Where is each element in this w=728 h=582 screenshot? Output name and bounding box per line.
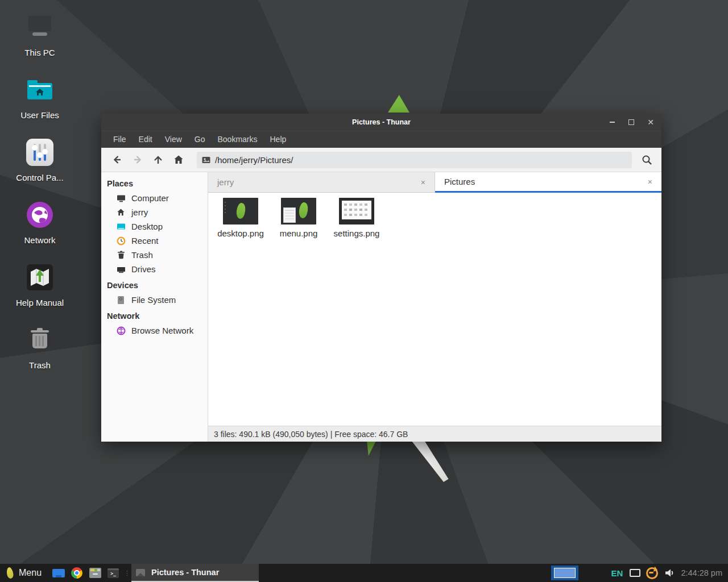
tab-close-icon[interactable]: × <box>648 178 652 186</box>
path-bar[interactable]: /home/jerry/Pictures/ <box>197 152 632 168</box>
user-files-folder-icon <box>26 76 53 103</box>
home-button[interactable] <box>168 151 189 168</box>
trash-can-icon <box>26 326 53 354</box>
desktop-icon-trash[interactable]: Trash <box>6 326 74 370</box>
menu-view[interactable]: View <box>159 132 188 146</box>
desktop-icon-help-manual[interactable]: Help Manual <box>6 264 74 307</box>
menu-button[interactable]: Menu <box>19 568 42 578</box>
sidebar-item-browse-network[interactable]: Browse Network <box>101 323 208 338</box>
desktop-icon-label: This PC <box>24 48 55 57</box>
search-button[interactable] <box>636 151 657 168</box>
file-manager-launcher[interactable] <box>86 564 104 582</box>
sidebar-item-label: Drives <box>131 264 156 274</box>
help-manual-icon <box>26 264 53 291</box>
wallpaper-white-blade <box>408 440 449 482</box>
path-text: /home/jerry/Pictures/ <box>215 155 293 165</box>
keyboard-layout-indicator[interactable]: EN <box>611 568 623 578</box>
thunar-window: Pictures - Thunar ✕ File Edit View Go Bo… <box>101 114 661 442</box>
chrome-launcher[interactable] <box>68 564 86 582</box>
sidebar-item-trash[interactable]: Trash <box>101 248 208 262</box>
terminal-launcher[interactable]: >_ <box>104 564 122 582</box>
file-name: menu.png <box>280 228 318 238</box>
sidebar-item-computer[interactable]: Computer <box>101 191 208 205</box>
sidebar-item-label: Computer <box>131 193 169 203</box>
file-thumbnail <box>339 198 374 225</box>
mint-menu-icon[interactable] <box>6 567 14 579</box>
sidebar-item-label: Trash <box>131 250 153 260</box>
back-button[interactable] <box>107 151 127 168</box>
sidebar-item-file-system[interactable]: File System <box>101 293 208 307</box>
taskbar: Menu >_ ⋮ Pictures - Thunar EN 2:44:28 p… <box>0 564 728 582</box>
sidebar-item-label: File System <box>131 295 176 305</box>
update-manager-icon[interactable] <box>646 567 658 579</box>
tab-strip: jerry × Pictures × <box>208 172 661 193</box>
desktop-icon-label: Trash <box>29 360 51 370</box>
file-view[interactable]: desktop.png menu.png settings.png <box>208 193 661 426</box>
tab-close-icon[interactable]: × <box>421 178 425 186</box>
desktop-icon-network[interactable]: Network <box>6 201 74 245</box>
maximize-button[interactable] <box>627 118 635 126</box>
menu-bookmarks[interactable]: Bookmarks <box>211 132 263 146</box>
tab-jerry[interactable]: jerry × <box>208 172 435 193</box>
sidebar-item-label: jerry <box>131 207 148 217</box>
status-bar: 3 files: 490.1 kB (490,050 bytes) | Free… <box>208 426 661 442</box>
minimize-button[interactable] <box>608 118 616 126</box>
sidebar-item-label: Desktop <box>131 222 163 231</box>
window-icon <box>136 569 145 576</box>
file-cabinet-icon <box>89 568 101 578</box>
workspace-switcher[interactable] <box>551 566 578 580</box>
task-button-thunar[interactable]: Pictures - Thunar <box>131 564 259 582</box>
wallpaper-green-sliver <box>367 441 376 456</box>
desktop-icon-user-files[interactable]: User Files <box>6 76 74 120</box>
menu-help[interactable]: Help <box>264 132 293 146</box>
desktop-icon-label: Control Pa... <box>16 173 63 182</box>
sidebar-header-network: Network <box>101 307 208 323</box>
chrome-icon <box>71 567 82 579</box>
tab-label: jerry <box>217 177 234 187</box>
sidebar-item-recent[interactable]: Recent <box>101 234 208 248</box>
show-desktop-icon <box>52 569 65 577</box>
menu-edit[interactable]: Edit <box>133 132 159 146</box>
toolbar: /home/jerry/Pictures/ <box>101 148 661 172</box>
close-button[interactable]: ✕ <box>647 118 655 126</box>
sidebar-item-drives[interactable]: Drives <box>101 262 208 276</box>
active-workspace <box>554 568 576 578</box>
recent-clock-icon <box>116 236 126 246</box>
desktop-icon-this-pc[interactable]: This PC <box>6 14 74 57</box>
desktop-icon-control-panel[interactable]: Control Pa... <box>6 139 74 182</box>
this-pc-icon <box>26 14 53 41</box>
status-text: 3 files: 490.1 kB (490,050 bytes) | Free… <box>214 430 408 439</box>
trash-icon <box>116 250 126 260</box>
forward-button[interactable] <box>127 151 148 168</box>
task-button-label: Pictures - Thunar <box>151 568 219 577</box>
sidebar-item-desktop[interactable]: Desktop <box>101 219 208 234</box>
desktop-icon-label: User Files <box>20 110 59 120</box>
sidebar-item-jerry[interactable]: jerry <box>101 205 208 219</box>
file-name: desktop.png <box>217 228 264 238</box>
file-menu-png[interactable]: menu.png <box>270 198 328 238</box>
window-title: Pictures - Thunar <box>101 118 661 126</box>
desktop-icon-label: Help Manual <box>16 298 64 307</box>
panel-handle-icon: ⋮ <box>124 570 130 576</box>
desktop-icon-label: Network <box>24 235 55 245</box>
menu-go[interactable]: Go <box>188 132 212 146</box>
network-globe-icon <box>26 201 53 228</box>
file-thumbnail <box>223 198 258 225</box>
show-desktop-button[interactable] <box>49 564 68 582</box>
title-bar[interactable]: Pictures - Thunar ✕ <box>101 114 661 131</box>
clock[interactable]: 2:44:28 pm <box>681 568 722 577</box>
file-desktop-png[interactable]: desktop.png <box>212 198 270 238</box>
sidebar-item-label: Recent <box>131 236 159 246</box>
tab-pictures[interactable]: Pictures × <box>435 172 661 193</box>
display-tray-icon[interactable] <box>630 569 640 577</box>
file-settings-png[interactable]: settings.png <box>328 198 386 238</box>
file-thumbnail <box>281 198 316 225</box>
volume-icon[interactable] <box>665 568 675 577</box>
system-tray: EN 2:44:28 pm <box>551 566 728 580</box>
places-sidebar: Places Computer jerry Desktop Recent Tra… <box>101 172 208 442</box>
computer-icon <box>116 193 126 203</box>
sidebar-header-devices: Devices <box>101 276 208 293</box>
menu-file[interactable]: File <box>107 132 133 146</box>
up-button[interactable] <box>148 151 168 168</box>
desktop-icon <box>116 222 126 231</box>
